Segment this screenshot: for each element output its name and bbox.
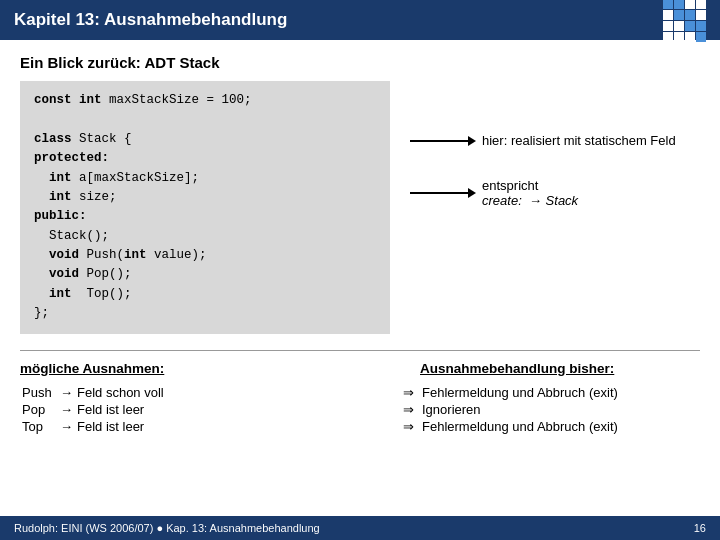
code-line: void Push(int value); xyxy=(34,246,376,265)
logo-icon xyxy=(663,0,706,42)
table-row: Top → Feld ist leer ⇒ xyxy=(20,418,420,435)
code-area: const int maxStackSize = 100; class Stac… xyxy=(20,81,700,334)
annotation-static: hier: realisiert mit statischem Feld xyxy=(410,133,676,148)
code-line: }; xyxy=(34,304,376,323)
exc-arrow: → xyxy=(58,418,75,435)
annotations-panel: hier: realisiert mit statischem Feld ent… xyxy=(410,81,676,208)
exc-label-push: Push xyxy=(20,384,58,401)
header: Kapitel 13: Ausnahmebehandlung xyxy=(0,0,720,40)
annotation-static-text: hier: realisiert mit statischem Feld xyxy=(482,133,676,148)
ausnahme-result-2: Ignorieren xyxy=(420,401,700,418)
arrow-icon xyxy=(410,140,470,142)
ausnahme-heading: Ausnahmebehandlung bisher: xyxy=(420,361,700,376)
ausnahme-result-1: Fehlermeldung und Abbruch (exit) xyxy=(420,384,700,401)
arrow-icon xyxy=(410,192,470,194)
exceptions-section: mögliche Ausnahmen: Push → Feld schon vo… xyxy=(20,361,700,435)
moegliche-ausnahmen: mögliche Ausnahmen: Push → Feld schon vo… xyxy=(20,361,420,435)
annotation-create-text: entsprichtcreate: → Stack xyxy=(482,178,578,208)
subtitle: Ein Blick zurück: ADT Stack xyxy=(20,54,700,71)
code-line: class Stack { xyxy=(34,130,376,149)
table-row: Pop → Feld ist leer ⇒ xyxy=(20,401,420,418)
code-block: const int maxStackSize = 100; class Stac… xyxy=(20,81,390,334)
exc-desc-push: Feld schon voll xyxy=(75,384,396,401)
ausnahme-table: Fehlermeldung und Abbruch (exit) Ignorie… xyxy=(420,384,700,435)
footer-page: 16 xyxy=(694,522,706,534)
table-row: Fehlermeldung und Abbruch (exit) xyxy=(420,418,700,435)
table-row: Ignorieren xyxy=(420,401,700,418)
exc-arrow: → xyxy=(58,384,75,401)
table-row: Fehlermeldung und Abbruch (exit) xyxy=(420,384,700,401)
exc-arrow: → xyxy=(58,401,75,418)
code-line: void Pop(); xyxy=(34,265,376,284)
exc-symbol: ⇒ xyxy=(396,401,420,418)
code-line: int a[maxStackSize]; xyxy=(34,169,376,188)
exc-label-top: Top xyxy=(20,418,58,435)
exc-desc-top: Feld ist leer xyxy=(75,418,396,435)
exc-label-pop: Pop xyxy=(20,401,58,418)
table-row: Push → Feld schon voll ⇒ xyxy=(20,384,420,401)
exc-symbol: ⇒ xyxy=(396,418,420,435)
moegliche-heading: mögliche Ausnahmen: xyxy=(20,361,420,376)
code-line: Stack(); xyxy=(34,227,376,246)
code-line: public: xyxy=(34,207,376,226)
main-content: Ein Blick zurück: ADT Stack const int ma… xyxy=(0,40,720,445)
exc-symbol: ⇒ xyxy=(396,384,420,401)
ausnahme-result-3: Fehlermeldung und Abbruch (exit) xyxy=(420,418,700,435)
code-line: const int maxStackSize = 100; xyxy=(34,91,376,110)
annotation-create: entsprichtcreate: → Stack xyxy=(410,178,676,208)
section-divider xyxy=(20,350,700,351)
ausnahme-behandlung: Ausnahmebehandlung bisher: Fehlermeldung… xyxy=(420,361,700,435)
code-line: protected: xyxy=(34,149,376,168)
footer-left: Rudolph: EINI (WS 2006/07) ● Kap. 13: Au… xyxy=(14,522,320,534)
code-line: int Top(); xyxy=(34,285,376,304)
exceptions-table: Push → Feld schon voll ⇒ Pop → Feld ist … xyxy=(20,384,420,435)
exc-desc-pop: Feld ist leer xyxy=(75,401,396,418)
code-line: int size; xyxy=(34,188,376,207)
header-title: Kapitel 13: Ausnahmebehandlung xyxy=(14,10,287,30)
footer: Rudolph: EINI (WS 2006/07) ● Kap. 13: Au… xyxy=(0,516,720,540)
code-line xyxy=(34,110,376,129)
